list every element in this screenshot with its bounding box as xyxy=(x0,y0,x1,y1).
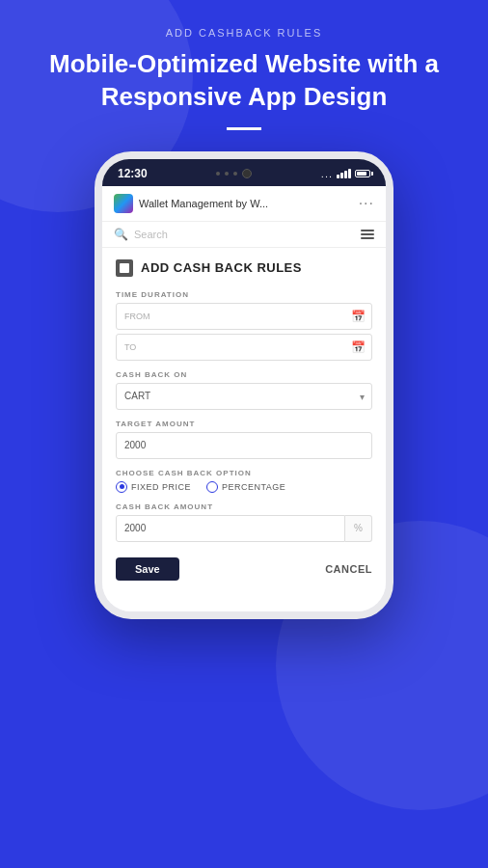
percentage-radio-option[interactable]: PERCENTAGE xyxy=(206,481,285,493)
save-button[interactable]: Save xyxy=(116,557,179,581)
screen-bottom-pad xyxy=(102,592,386,611)
section-icon xyxy=(116,259,133,277)
ham-line-3 xyxy=(361,237,374,239)
notch-camera xyxy=(242,169,252,178)
percent-symbol: % xyxy=(345,515,372,542)
status-dots: ... xyxy=(321,168,333,179)
cashback-amount-row: % xyxy=(116,515,372,542)
cancel-button[interactable]: CANCEL xyxy=(325,563,372,575)
section-title: ADD CASH BACK RULES xyxy=(141,260,302,275)
ham-line-1 xyxy=(361,230,374,231)
time-duration-group: TIME DURATION FROM 📅 TO 📅 xyxy=(116,290,372,361)
from-field-row: FROM 📅 xyxy=(116,303,372,330)
app-menu-dots-icon[interactable]: ··· xyxy=(359,195,374,212)
page-top-label: ADD CASHBACK RULES xyxy=(166,27,323,39)
signal-bar-4 xyxy=(348,169,351,178)
target-amount-label: TARGET AMOUNT xyxy=(116,420,372,428)
phone-frame: 12:30 ... Wallet Managemen xyxy=(95,151,393,619)
notch-dot-1 xyxy=(216,172,220,176)
section-icon-inner xyxy=(120,263,129,273)
phone-time: 12:30 xyxy=(118,167,148,180)
phone-notch xyxy=(216,169,252,178)
cashback-option-group: CHOOSE CASH BACK OPTION FIXED PRICE PERC… xyxy=(116,469,372,493)
to-label: TO xyxy=(124,342,136,352)
cashback-amount-input[interactable] xyxy=(116,515,345,542)
notch-dot-3 xyxy=(233,172,237,176)
signal-bar-1 xyxy=(337,175,339,178)
percentage-radio-label: PERCENTAGE xyxy=(222,482,285,492)
search-placeholder: Search xyxy=(134,229,168,240)
hero-title: Mobile-Optimized Website with a Responsi… xyxy=(0,48,488,114)
battery-fill xyxy=(357,172,366,176)
app-title: Wallet Management by W... xyxy=(139,198,268,209)
search-icon: 🔍 xyxy=(114,228,128,241)
to-field-row: TO 📅 xyxy=(116,334,372,361)
target-amount-input[interactable] xyxy=(116,432,372,459)
target-amount-group: TARGET AMOUNT xyxy=(116,420,372,459)
content-area: ADD CASH BACK RULES TIME DURATION FROM 📅… xyxy=(102,248,386,592)
cashback-amount-group: CASH BACK AMOUNT % xyxy=(116,502,372,542)
signal-bars-icon xyxy=(337,169,351,178)
search-input-area[interactable]: 🔍 Search xyxy=(114,228,168,241)
status-icons: ... xyxy=(321,168,370,179)
from-calendar-icon[interactable]: 📅 xyxy=(351,310,366,323)
cashback-radio-group: FIXED PRICE PERCENTAGE xyxy=(116,481,372,493)
fixed-price-radio-circle xyxy=(116,481,127,493)
percentage-radio-circle xyxy=(206,481,218,493)
signal-bar-3 xyxy=(344,171,347,178)
ham-line-2 xyxy=(361,233,374,235)
from-label: FROM xyxy=(124,312,150,321)
title-divider xyxy=(227,127,261,130)
from-date-input[interactable] xyxy=(156,311,352,321)
notch-dot-2 xyxy=(225,172,229,176)
to-date-input[interactable] xyxy=(142,341,351,352)
cashback-on-select-wrapper: CART xyxy=(116,383,372,410)
form-buttons-row: Save CANCEL xyxy=(116,557,372,581)
cashback-on-label: CASH BACK ON xyxy=(116,370,372,379)
cashback-on-select[interactable]: CART xyxy=(116,383,372,410)
cashback-amount-label: CASH BACK AMOUNT xyxy=(116,502,372,511)
app-logo-area: Wallet Management by W... xyxy=(114,194,268,213)
to-calendar-icon[interactable]: 📅 xyxy=(351,340,366,354)
search-bar: 🔍 Search xyxy=(102,222,386,248)
app-logo-icon xyxy=(114,194,133,213)
hamburger-icon[interactable] xyxy=(361,230,374,239)
section-header: ADD CASH BACK RULES xyxy=(116,259,372,277)
signal-bar-2 xyxy=(340,173,343,178)
phone-screen: Wallet Management by W... ··· 🔍 Search xyxy=(102,186,386,611)
fixed-price-radio-label: FIXED PRICE xyxy=(131,482,191,492)
cashback-on-group: CASH BACK ON CART xyxy=(116,370,372,410)
cashback-option-label: CHOOSE CASH BACK OPTION xyxy=(116,469,372,477)
app-top-bar: Wallet Management by W... ··· xyxy=(102,186,386,222)
fixed-price-radio-option[interactable]: FIXED PRICE xyxy=(116,481,191,493)
battery-icon xyxy=(355,170,370,177)
time-duration-label: TIME DURATION xyxy=(116,290,372,299)
phone-status-bar: 12:30 ... xyxy=(102,159,386,186)
